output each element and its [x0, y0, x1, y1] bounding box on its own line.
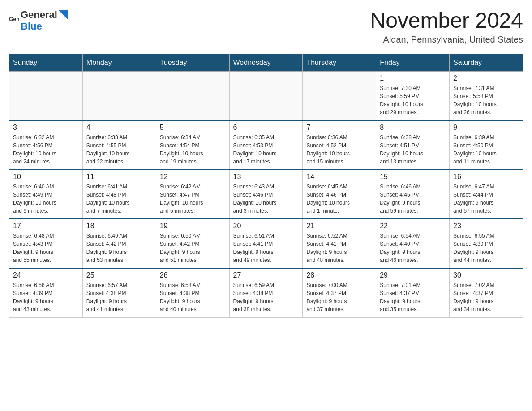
calendar-cell: 8Sunrise: 6:38 AMSunset: 4:51 PMDaylight…	[376, 120, 450, 170]
day-info: Sunrise: 6:33 AMSunset: 4:55 PMDaylight:…	[86, 133, 152, 166]
day-info: Sunrise: 7:01 AMSunset: 4:37 PMDaylight:…	[380, 281, 446, 313]
day-info: Sunrise: 6:55 AMSunset: 4:39 PMDaylight:…	[453, 232, 519, 264]
calendar-cell: 23Sunrise: 6:55 AMSunset: 4:39 PMDayligh…	[450, 219, 523, 268]
weekday-header-tuesday: Tuesday	[156, 54, 229, 71]
day-number: 26	[160, 271, 226, 279]
day-number: 1	[380, 74, 446, 82]
day-info: Sunrise: 6:58 AMSunset: 4:38 PMDaylight:…	[160, 281, 226, 313]
weekday-header-monday: Monday	[82, 54, 156, 71]
calendar-cell: 26Sunrise: 6:58 AMSunset: 4:38 PMDayligh…	[156, 268, 229, 317]
calendar-cell	[156, 71, 229, 120]
calendar-cell: 13Sunrise: 6:43 AMSunset: 4:46 PMDayligh…	[229, 170, 303, 219]
logo-general-text: General	[21, 9, 57, 21]
calendar-cell	[9, 71, 83, 120]
calendar-table: SundayMondayTuesdayWednesdayThursdayFrid…	[9, 54, 523, 318]
day-number: 5	[160, 124, 226, 132]
calendar-cell: 25Sunrise: 6:57 AMSunset: 4:38 PMDayligh…	[82, 268, 156, 317]
day-info: Sunrise: 7:00 AMSunset: 4:37 PMDaylight:…	[306, 281, 372, 313]
calendar-cell: 6Sunrise: 6:35 AMSunset: 4:53 PMDaylight…	[229, 120, 303, 170]
day-info: Sunrise: 6:50 AMSunset: 4:42 PMDaylight:…	[160, 232, 226, 264]
day-number: 2	[453, 74, 519, 82]
calendar-cell: 29Sunrise: 7:01 AMSunset: 4:37 PMDayligh…	[376, 268, 450, 317]
calendar-cell: 21Sunrise: 6:52 AMSunset: 4:41 PMDayligh…	[303, 219, 376, 268]
calendar-cell: 7Sunrise: 6:36 AMSunset: 4:52 PMDaylight…	[303, 120, 376, 170]
day-number: 24	[13, 271, 79, 279]
day-info: Sunrise: 6:59 AMSunset: 4:38 PMDaylight:…	[233, 281, 299, 313]
day-number: 16	[453, 173, 519, 181]
day-number: 20	[233, 222, 299, 230]
logo-icon: General	[9, 16, 19, 26]
day-number: 29	[380, 271, 446, 279]
day-number: 14	[306, 173, 372, 181]
calendar-cell: 22Sunrise: 6:54 AMSunset: 4:40 PMDayligh…	[376, 219, 450, 268]
weekday-header-thursday: Thursday	[303, 54, 376, 71]
day-info: Sunrise: 6:47 AMSunset: 4:44 PMDaylight:…	[453, 183, 519, 215]
day-number: 15	[380, 173, 446, 181]
day-info: Sunrise: 6:42 AMSunset: 4:47 PMDaylight:…	[160, 183, 226, 215]
day-number: 7	[306, 124, 372, 132]
calendar-week-4: 17Sunrise: 6:48 AMSunset: 4:43 PMDayligh…	[9, 219, 523, 268]
day-info: Sunrise: 6:45 AMSunset: 4:46 PMDaylight:…	[306, 183, 372, 215]
calendar-cell: 9Sunrise: 6:39 AMSunset: 4:50 PMDaylight…	[450, 120, 523, 170]
calendar-cell: 30Sunrise: 7:02 AMSunset: 4:37 PMDayligh…	[450, 268, 523, 317]
title-section: November 2024 Aldan, Pennsylvania, Unite…	[370, 9, 523, 45]
calendar-cell: 18Sunrise: 6:49 AMSunset: 4:42 PMDayligh…	[82, 219, 156, 268]
day-info: Sunrise: 6:48 AMSunset: 4:43 PMDaylight:…	[13, 232, 79, 264]
calendar-cell: 11Sunrise: 6:41 AMSunset: 4:48 PMDayligh…	[82, 170, 156, 219]
calendar-cell: 1Sunrise: 7:30 AMSunset: 5:59 PMDaylight…	[376, 71, 450, 120]
calendar-cell: 20Sunrise: 6:51 AMSunset: 4:41 PMDayligh…	[229, 219, 303, 268]
logo-triangle-icon	[58, 10, 68, 20]
page-header: General General Blue November 2024 Aldan…	[9, 9, 523, 45]
day-number: 21	[306, 222, 372, 230]
day-number: 6	[233, 124, 299, 132]
location-subtitle: Aldan, Pennsylvania, United States	[370, 34, 523, 45]
calendar-cell	[229, 71, 303, 120]
weekday-header-saturday: Saturday	[450, 54, 523, 71]
day-number: 18	[86, 222, 152, 230]
day-info: Sunrise: 6:56 AMSunset: 4:39 PMDaylight:…	[13, 281, 79, 313]
day-info: Sunrise: 7:02 AMSunset: 4:37 PMDaylight:…	[453, 281, 519, 313]
logo-blue-text: Blue	[21, 21, 42, 32]
calendar-cell: 12Sunrise: 6:42 AMSunset: 4:47 PMDayligh…	[156, 170, 229, 219]
day-info: Sunrise: 7:31 AMSunset: 5:58 PMDaylight:…	[453, 84, 519, 116]
day-info: Sunrise: 6:32 AMSunset: 4:56 PMDaylight:…	[13, 133, 79, 166]
svg-marker-1	[58, 10, 68, 20]
calendar-week-1: 1Sunrise: 7:30 AMSunset: 5:59 PMDaylight…	[9, 71, 523, 120]
calendar-cell: 2Sunrise: 7:31 AMSunset: 5:58 PMDaylight…	[450, 71, 523, 120]
day-number: 30	[453, 271, 519, 279]
day-info: Sunrise: 6:40 AMSunset: 4:49 PMDaylight:…	[13, 183, 79, 215]
day-number: 22	[380, 222, 446, 230]
svg-text:General: General	[9, 16, 19, 22]
day-number: 13	[233, 173, 299, 181]
day-info: Sunrise: 6:34 AMSunset: 4:54 PMDaylight:…	[160, 133, 226, 166]
calendar-cell: 3Sunrise: 6:32 AMSunset: 4:56 PMDaylight…	[9, 120, 83, 170]
month-title: November 2024	[370, 9, 523, 33]
calendar-cell: 24Sunrise: 6:56 AMSunset: 4:39 PMDayligh…	[9, 268, 83, 317]
calendar-cell: 14Sunrise: 6:45 AMSunset: 4:46 PMDayligh…	[303, 170, 376, 219]
day-info: Sunrise: 6:52 AMSunset: 4:41 PMDaylight:…	[306, 232, 372, 264]
day-info: Sunrise: 6:49 AMSunset: 4:42 PMDaylight:…	[86, 232, 152, 264]
day-info: Sunrise: 7:30 AMSunset: 5:59 PMDaylight:…	[380, 84, 446, 116]
day-number: 28	[306, 271, 372, 279]
day-info: Sunrise: 6:54 AMSunset: 4:40 PMDaylight:…	[380, 232, 446, 264]
calendar-cell: 16Sunrise: 6:47 AMSunset: 4:44 PMDayligh…	[450, 170, 523, 219]
calendar-cell: 27Sunrise: 6:59 AMSunset: 4:38 PMDayligh…	[229, 268, 303, 317]
weekday-header-wednesday: Wednesday	[229, 54, 303, 71]
day-info: Sunrise: 6:41 AMSunset: 4:48 PMDaylight:…	[86, 183, 152, 215]
day-number: 25	[86, 271, 152, 279]
weekday-header-friday: Friday	[376, 54, 450, 71]
day-info: Sunrise: 6:57 AMSunset: 4:38 PMDaylight:…	[86, 281, 152, 313]
calendar-cell: 19Sunrise: 6:50 AMSunset: 4:42 PMDayligh…	[156, 219, 229, 268]
day-info: Sunrise: 6:39 AMSunset: 4:50 PMDaylight:…	[453, 133, 519, 166]
day-number: 4	[86, 124, 152, 132]
day-info: Sunrise: 6:36 AMSunset: 4:52 PMDaylight:…	[306, 133, 372, 166]
calendar-week-2: 3Sunrise: 6:32 AMSunset: 4:56 PMDaylight…	[9, 120, 523, 170]
calendar-cell: 17Sunrise: 6:48 AMSunset: 4:43 PMDayligh…	[9, 219, 83, 268]
day-number: 17	[13, 222, 79, 230]
day-info: Sunrise: 6:35 AMSunset: 4:53 PMDaylight:…	[233, 133, 299, 166]
calendar-cell: 28Sunrise: 7:00 AMSunset: 4:37 PMDayligh…	[303, 268, 376, 317]
calendar-cell: 10Sunrise: 6:40 AMSunset: 4:49 PMDayligh…	[9, 170, 83, 219]
day-number: 3	[13, 124, 79, 132]
day-number: 10	[13, 173, 79, 181]
day-info: Sunrise: 6:43 AMSunset: 4:46 PMDaylight:…	[233, 183, 299, 215]
